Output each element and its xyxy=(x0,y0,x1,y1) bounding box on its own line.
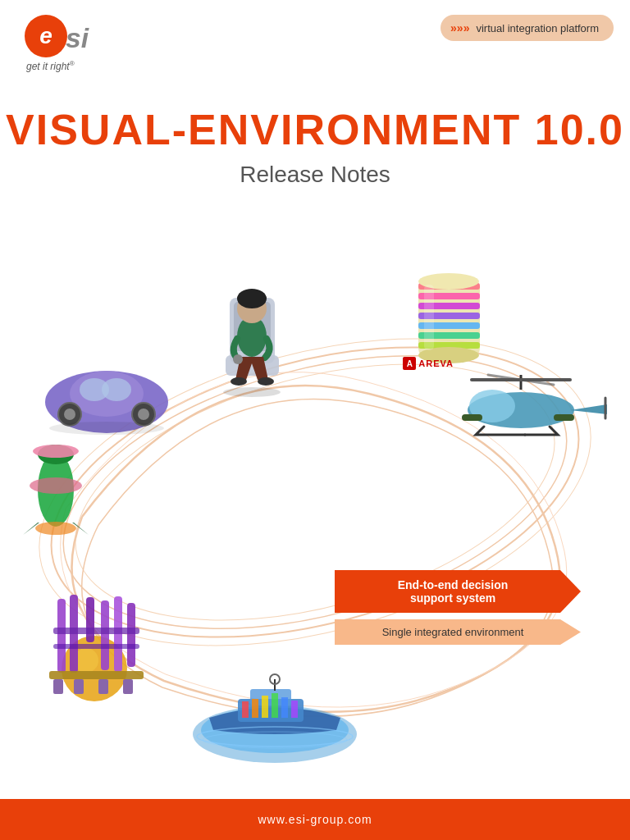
svg-rect-52 xyxy=(242,701,249,718)
swirl-background xyxy=(0,230,630,799)
svg-rect-69 xyxy=(127,603,135,667)
svg-rect-42 xyxy=(554,414,574,421)
svg-point-22 xyxy=(233,354,243,364)
svg-point-45 xyxy=(33,445,79,458)
svg-point-47 xyxy=(35,522,76,535)
svg-point-46 xyxy=(30,477,82,494)
logo-tagline: get it right® xyxy=(26,60,75,72)
decision-support-arrow: End-to-end decision support system xyxy=(335,570,581,613)
svg-point-19 xyxy=(237,289,267,308)
svg-rect-73 xyxy=(53,679,63,694)
arrow-callouts: End-to-end decision support system Singl… xyxy=(335,570,581,651)
svg-rect-57 xyxy=(291,701,298,718)
areva-badge: A AREVA xyxy=(403,357,454,370)
svg-text:si: si xyxy=(66,23,89,53)
arrow-callout-1: End-to-end decision support system xyxy=(335,570,581,613)
svg-point-23 xyxy=(223,387,281,397)
svg-point-8 xyxy=(102,378,131,401)
svg-rect-53 xyxy=(252,699,258,718)
logo-e-letter: e xyxy=(25,15,67,57)
main-title: VISUAL-ENVIRONMENT 10.0 xyxy=(0,107,630,153)
svg-rect-66 xyxy=(86,597,94,642)
svg-point-10 xyxy=(64,409,75,420)
svg-rect-41 xyxy=(462,414,482,421)
header-area: e si get it right® »»» virtual integrati… xyxy=(0,0,630,90)
svg-rect-56 xyxy=(281,697,288,718)
svg-rect-34 xyxy=(424,285,434,350)
arrow-callout-2: Single integrated environment xyxy=(335,619,581,645)
illustration-area: A AREVA End-to-end decision support syst… xyxy=(0,230,630,799)
svg-rect-54 xyxy=(262,696,268,718)
svg-rect-55 xyxy=(272,693,278,718)
svg-point-13 xyxy=(49,422,164,435)
svg-point-21 xyxy=(258,377,274,386)
areva-logo-icon: A xyxy=(403,357,416,370)
svg-rect-64 xyxy=(57,599,66,673)
title-area: VISUAL-ENVIRONMENT 10.0 Release Notes xyxy=(0,107,630,188)
esi-logo: e si get it right® xyxy=(25,15,98,72)
svg-rect-72 xyxy=(49,671,144,679)
svg-rect-67 xyxy=(101,600,109,670)
areva-label: AREVA xyxy=(418,358,454,368)
svg-point-12 xyxy=(138,409,149,420)
svg-rect-71 xyxy=(53,644,139,649)
single-env-arrow: Single integrated environment xyxy=(335,619,581,645)
svg-rect-76 xyxy=(123,679,133,694)
svg-rect-75 xyxy=(98,679,108,694)
svg-point-20 xyxy=(231,377,247,386)
vip-text: virtual integration platform xyxy=(476,22,599,34)
logo-si-letters: si xyxy=(66,15,98,57)
svg-rect-74 xyxy=(74,679,84,694)
footer: www.esi-group.com xyxy=(0,799,630,840)
svg-rect-70 xyxy=(53,628,139,634)
vip-badge: »»» virtual integration platform xyxy=(441,15,614,41)
release-notes-subtitle: Release Notes xyxy=(0,162,630,188)
footer-url: www.esi-group.com xyxy=(258,813,372,826)
vip-arrows-icon: »»» xyxy=(450,21,469,34)
